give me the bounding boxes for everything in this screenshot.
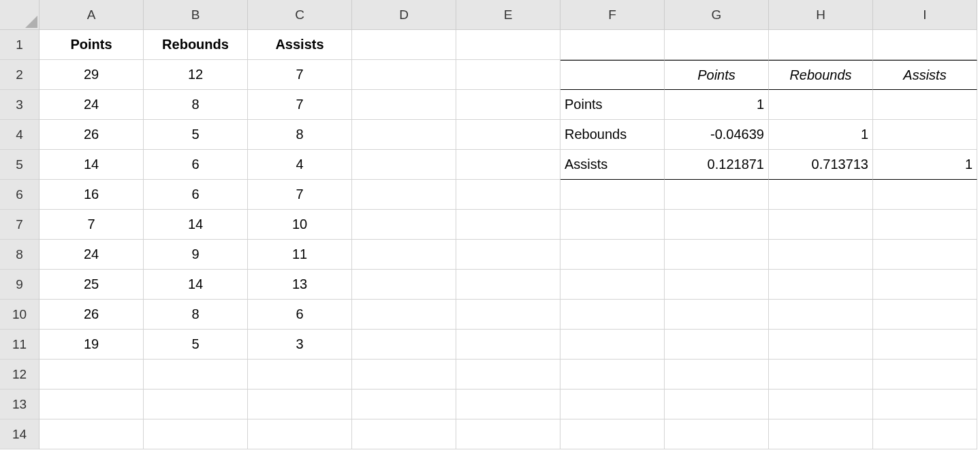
row-header-6[interactable]: 6 <box>0 180 39 210</box>
cell-B8[interactable]: 9 <box>144 240 248 270</box>
cell-E13[interactable] <box>456 390 560 419</box>
row-header-7[interactable]: 7 <box>0 210 39 240</box>
cell-G11[interactable] <box>665 330 769 360</box>
cell-G10[interactable] <box>665 300 769 330</box>
cell-G12[interactable] <box>665 360 769 390</box>
cell-G6[interactable] <box>665 180 769 210</box>
row-header-2[interactable]: 2 <box>0 60 39 90</box>
cell-H6[interactable] <box>769 180 873 210</box>
cell-H9[interactable] <box>769 270 873 300</box>
cell-B11[interactable]: 5 <box>144 330 248 360</box>
cell-F11[interactable] <box>560 330 665 360</box>
cell-A14[interactable] <box>39 419 144 449</box>
cell-H2[interactable]: Rebounds <box>769 60 873 90</box>
cell-A3[interactable]: 24 <box>39 90 144 120</box>
cell-C7[interactable]: 10 <box>248 210 352 240</box>
col-header-H[interactable]: H <box>769 0 873 30</box>
cell-A13[interactable] <box>39 390 144 419</box>
cell-I13[interactable] <box>873 390 977 419</box>
cell-H3[interactable] <box>769 90 873 120</box>
cell-I8[interactable] <box>873 240 977 270</box>
cell-G1[interactable] <box>665 30 769 60</box>
row-header-9[interactable]: 9 <box>0 270 39 300</box>
cell-C6[interactable]: 7 <box>248 180 352 210</box>
cell-B3[interactable]: 8 <box>144 90 248 120</box>
cell-I6[interactable] <box>873 180 977 210</box>
cell-F7[interactable] <box>560 210 665 240</box>
cell-F13[interactable] <box>560 390 665 419</box>
cell-C3[interactable]: 7 <box>248 90 352 120</box>
cell-H14[interactable] <box>769 419 873 449</box>
cell-D11[interactable] <box>352 330 456 360</box>
row-header-13[interactable]: 13 <box>0 390 39 419</box>
cell-E3[interactable] <box>456 90 560 120</box>
cell-E1[interactable] <box>456 30 560 60</box>
cell-D5[interactable] <box>352 150 456 180</box>
cell-C11[interactable]: 3 <box>248 330 352 360</box>
cell-H10[interactable] <box>769 300 873 330</box>
cell-D14[interactable] <box>352 419 456 449</box>
row-header-5[interactable]: 5 <box>0 150 39 180</box>
cell-I3[interactable] <box>873 90 977 120</box>
cell-A7[interactable]: 7 <box>39 210 144 240</box>
cell-B1[interactable]: Rebounds <box>144 30 248 60</box>
cell-G9[interactable] <box>665 270 769 300</box>
cell-I5[interactable]: 1 <box>873 150 977 180</box>
cell-B6[interactable]: 6 <box>144 180 248 210</box>
select-all-corner[interactable] <box>0 0 39 30</box>
cell-A4[interactable]: 26 <box>39 120 144 150</box>
cell-F5[interactable]: Assists <box>560 150 665 180</box>
cell-A6[interactable]: 16 <box>39 180 144 210</box>
cell-E4[interactable] <box>456 120 560 150</box>
cell-G14[interactable] <box>665 419 769 449</box>
cell-D12[interactable] <box>352 360 456 390</box>
cell-I7[interactable] <box>873 210 977 240</box>
cell-G8[interactable] <box>665 240 769 270</box>
cell-H13[interactable] <box>769 390 873 419</box>
cell-H7[interactable] <box>769 210 873 240</box>
cell-C4[interactable]: 8 <box>248 120 352 150</box>
cell-B7[interactable]: 14 <box>144 210 248 240</box>
cell-I4[interactable] <box>873 120 977 150</box>
col-header-C[interactable]: C <box>248 0 352 30</box>
cell-C1[interactable]: Assists <box>248 30 352 60</box>
cell-C8[interactable]: 11 <box>248 240 352 270</box>
cell-G4[interactable]: -0.04639 <box>665 120 769 150</box>
cell-D1[interactable] <box>352 30 456 60</box>
cell-H12[interactable] <box>769 360 873 390</box>
cell-H4[interactable]: 1 <box>769 120 873 150</box>
cell-F10[interactable] <box>560 300 665 330</box>
row-header-11[interactable]: 11 <box>0 330 39 360</box>
cell-E2[interactable] <box>456 60 560 90</box>
cell-E12[interactable] <box>456 360 560 390</box>
cell-D9[interactable] <box>352 270 456 300</box>
cell-D7[interactable] <box>352 210 456 240</box>
cell-C10[interactable]: 6 <box>248 300 352 330</box>
cell-G7[interactable] <box>665 210 769 240</box>
cell-G2[interactable]: Points <box>665 60 769 90</box>
cell-I11[interactable] <box>873 330 977 360</box>
cell-B5[interactable]: 6 <box>144 150 248 180</box>
cell-F12[interactable] <box>560 360 665 390</box>
cell-D2[interactable] <box>352 60 456 90</box>
cell-F2[interactable] <box>560 60 665 90</box>
cell-I2[interactable]: Assists <box>873 60 977 90</box>
cell-A2[interactable]: 29 <box>39 60 144 90</box>
col-header-E[interactable]: E <box>456 0 560 30</box>
cell-H5[interactable]: 0.713713 <box>769 150 873 180</box>
row-header-12[interactable]: 12 <box>0 360 39 390</box>
cell-C9[interactable]: 13 <box>248 270 352 300</box>
cell-H11[interactable] <box>769 330 873 360</box>
cell-E11[interactable] <box>456 330 560 360</box>
cell-B2[interactable]: 12 <box>144 60 248 90</box>
cell-D13[interactable] <box>352 390 456 419</box>
cell-F6[interactable] <box>560 180 665 210</box>
cell-H1[interactable] <box>769 30 873 60</box>
cell-I12[interactable] <box>873 360 977 390</box>
cell-E10[interactable] <box>456 300 560 330</box>
cell-A11[interactable]: 19 <box>39 330 144 360</box>
cell-F4[interactable]: Rebounds <box>560 120 665 150</box>
col-header-D[interactable]: D <box>352 0 456 30</box>
row-header-14[interactable]: 14 <box>0 419 39 449</box>
cell-B14[interactable] <box>144 419 248 449</box>
